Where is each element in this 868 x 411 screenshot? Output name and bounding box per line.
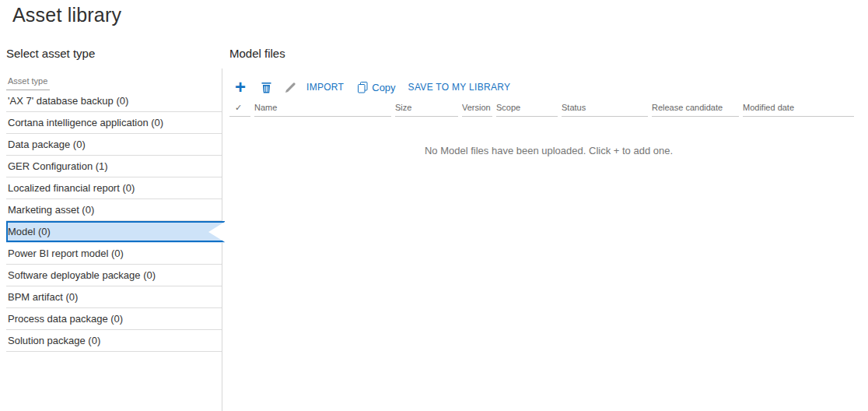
empty-state-message: No Model files have been uploaded. Click… xyxy=(229,145,868,156)
column-header-version[interactable]: Version xyxy=(462,100,492,117)
column-header-scope[interactable]: Scope xyxy=(496,100,558,117)
asset-type-item[interactable]: Process data package (0) xyxy=(6,308,222,330)
asset-type-panel: Asset type 'AX 7' database backup (0)Cor… xyxy=(6,73,222,352)
grid-header: ✓ NameSizeVersionScopeStatusRelease cand… xyxy=(229,100,868,117)
column-header-size[interactable]: Size xyxy=(395,100,458,117)
asset-type-item[interactable]: BPM artifact (0) xyxy=(6,286,222,308)
save-to-my-library-button[interactable]: SAVE TO MY LIBRARY xyxy=(408,82,511,93)
add-button[interactable]: + xyxy=(235,79,247,95)
asset-type-item[interactable]: Model (0) xyxy=(6,221,225,243)
left-panel-heading: Select asset type xyxy=(6,47,95,60)
asset-type-item[interactable]: GER Configuration (1) xyxy=(6,156,222,177)
asset-type-item[interactable]: Cortana intelligence application (0) xyxy=(6,112,222,134)
asset-type-column-header[interactable]: Asset type xyxy=(6,73,222,89)
asset-type-item[interactable]: Marketing asset (0) xyxy=(6,199,222,221)
asset-type-item[interactable]: Data package (0) xyxy=(6,134,222,156)
asset-type-item[interactable]: Power BI report model (0) xyxy=(6,243,222,265)
delete-button[interactable] xyxy=(261,82,271,93)
page-title: Asset library xyxy=(12,4,121,26)
asset-type-item[interactable]: 'AX 7' database backup (0) xyxy=(6,90,222,112)
right-panel-heading: Model files xyxy=(229,47,285,60)
column-header-modified-date[interactable]: Modified date xyxy=(743,100,854,117)
model-files-toolbar: + IMPORT xyxy=(229,76,868,98)
copy-icon xyxy=(358,82,368,93)
asset-type-item[interactable]: Software deployable package (0) xyxy=(6,265,222,286)
trash-icon xyxy=(261,82,271,93)
column-header-status[interactable]: Status xyxy=(562,100,648,117)
model-files-panel: + IMPORT xyxy=(229,73,868,156)
column-header-name[interactable]: Name xyxy=(254,100,391,117)
select-all-checkmark-icon[interactable]: ✓ xyxy=(229,100,250,117)
copy-button-label: Copy xyxy=(372,82,395,93)
copy-button[interactable]: Copy xyxy=(358,82,395,93)
asset-type-item[interactable]: Solution package (0) xyxy=(6,330,222,352)
asset-type-column-label: Asset type xyxy=(6,76,50,90)
asset-type-list: 'AX 7' database backup (0)Cortana intell… xyxy=(6,90,222,352)
column-header-release-candidate[interactable]: Release candidate xyxy=(652,100,739,117)
edit-button[interactable] xyxy=(285,82,296,93)
asset-type-item[interactable]: Localized financial report (0) xyxy=(6,177,222,199)
import-button[interactable]: IMPORT xyxy=(306,82,344,93)
pencil-icon xyxy=(285,82,296,93)
